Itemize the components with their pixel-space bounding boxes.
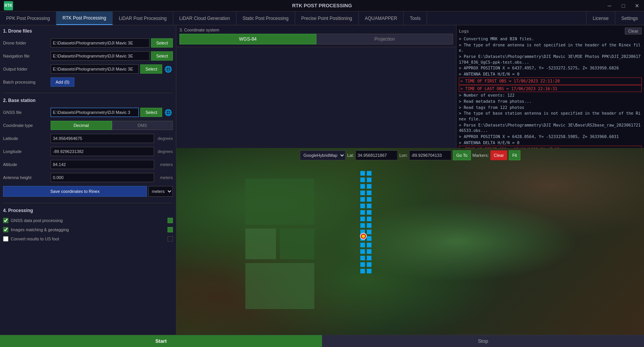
map-clear-button[interactable]: Clear	[490, 150, 507, 160]
gnss-file-select-button[interactable]: Select	[140, 108, 162, 117]
right-area: 3. Coordinate system WGS-84 Projection L…	[176, 25, 644, 335]
navigation-file-input[interactable]	[51, 51, 150, 61]
tab-tools[interactable]: Tools	[404, 12, 427, 25]
output-folder-select-button[interactable]: Select	[140, 64, 162, 74]
tab-settings[interactable]: Settings	[615, 12, 644, 25]
images-matching-row: Images matching & geotagging	[3, 227, 173, 232]
antenna-height-label: Antenna height	[3, 175, 49, 180]
drone-folder-row: Drone folder Select	[3, 38, 173, 48]
longitude-input[interactable]	[51, 147, 154, 156]
log-line: > The type of drone antenna is not speci…	[459, 42, 642, 53]
fp-27	[360, 256, 365, 260]
projection-button[interactable]: Projection	[316, 34, 453, 44]
latitude-row: Latitude degrees	[3, 134, 173, 143]
goto-button[interactable]: Go To	[453, 150, 471, 160]
fp-13	[360, 210, 365, 215]
divider-2	[3, 203, 173, 203]
wgs84-button[interactable]: WGS-84	[179, 34, 316, 44]
navigation-file-label: Navigation file	[3, 54, 49, 58]
start-button[interactable]: Start	[0, 335, 322, 347]
fp-8	[367, 191, 371, 195]
logs-clear-button[interactable]: Clear	[625, 28, 642, 35]
maximize-button[interactable]: □	[616, 0, 630, 12]
drone-folder-label: Drone folder	[3, 41, 49, 45]
antenna-height-input[interactable]	[51, 173, 154, 182]
tab-aqua[interactable]: AQUAMAPPER	[359, 12, 404, 25]
convert-us-foot-label: Convert results to US foot	[11, 237, 59, 241]
convert-us-foot-checkbox[interactable]	[3, 236, 8, 242]
add-batch-button[interactable]: Add (0)	[51, 77, 74, 87]
map-provider-select[interactable]: GoogleHybridMap	[300, 150, 345, 160]
log-line: > ANTENNA DELTA H/E/N = 0	[459, 71, 642, 77]
tab-lidar[interactable]: LiDAR Post Processing	[113, 12, 173, 25]
divider-1	[3, 93, 173, 93]
tab-ppk[interactable]: PPK Post Processing	[0, 12, 56, 25]
drone-folder-input[interactable]	[51, 38, 150, 48]
save-coords-button[interactable]: Save coordinates to Rinex	[3, 186, 147, 197]
output-folder-globe-button[interactable]: 🌐	[164, 66, 173, 73]
fp-1	[360, 171, 365, 176]
tab-license[interactable]: License	[586, 12, 614, 25]
stop-button[interactable]: Stop	[322, 335, 644, 347]
coord-decimal-button[interactable]: Decimal	[51, 121, 112, 130]
lat-input[interactable]	[356, 150, 398, 160]
log-line: > APPROX POSITION X = 6437.4957, Y= -523…	[459, 65, 642, 71]
fp-19	[360, 230, 365, 234]
flight-path-svg	[176, 148, 644, 335]
map-fit-button[interactable]: Fit	[509, 150, 520, 160]
unit-select[interactable]: meters	[148, 186, 173, 197]
markers-label: Markers:	[472, 153, 489, 158]
fp-28	[367, 256, 371, 260]
gnss-file-globe-button[interactable]: 🌐	[164, 109, 173, 116]
fp-16	[367, 217, 371, 221]
navigation-file-select-button[interactable]: Select	[151, 51, 173, 61]
tab-ppp[interactable]: Precise Point Positioning	[295, 12, 359, 25]
fp-12	[367, 204, 371, 208]
gnss-pp-indicator	[168, 218, 173, 223]
coord-system-section: 3. Coordinate system WGS-84 Projection	[176, 25, 456, 47]
altitude-row: Altitude meters	[3, 160, 173, 169]
fp-26	[367, 249, 371, 254]
section1-header: 1. Drone files	[3, 28, 173, 36]
fp-15	[360, 217, 365, 221]
tab-lidarcloud[interactable]: LiDAR Cloud Generation	[173, 12, 237, 25]
altitude-input[interactable]	[51, 160, 154, 169]
latitude-input[interactable]	[51, 134, 154, 143]
gnss-pp-label: GNSS data post processing	[11, 218, 63, 223]
output-folder-input[interactable]	[51, 64, 139, 74]
log-line: > The type of base station antenna is no…	[459, 110, 642, 122]
tab-rtk[interactable]: RTK Post Processing	[56, 12, 113, 25]
map-overlay	[176, 148, 644, 335]
minimize-button[interactable]: ─	[603, 0, 616, 12]
log-line: > TIME OF LAST OBS = 17/06/2023 22:16:31	[459, 85, 642, 92]
drone-folder-select-button[interactable]: Select	[151, 38, 173, 48]
tab-static[interactable]: Static Post Processing	[237, 12, 295, 25]
window-title: RTK POST PROCESSING	[292, 3, 352, 8]
field-2	[245, 229, 276, 259]
fp-6	[367, 184, 371, 189]
tab-right-group: License Settings	[586, 12, 644, 25]
fp-10	[367, 197, 371, 202]
batch-processing-label: Batch processing	[3, 80, 49, 84]
coord-dms-button[interactable]: DMS	[112, 121, 173, 130]
lon-input[interactable]	[409, 150, 451, 160]
logs-title: Logs	[459, 29, 469, 34]
antenna-height-unit: meters	[156, 175, 173, 180]
fp-21	[360, 236, 365, 241]
images-matching-checkbox[interactable]	[3, 227, 8, 232]
section2-header: 2. Base station	[3, 98, 173, 105]
log-line: > TIME OF FIRST OBS = 17/06/2023 22:11:2…	[459, 77, 642, 85]
antenna-height-row: Antenna height meters	[3, 173, 173, 182]
title-bar: RTK RTK POST PROCESSING ─ □ ✕	[0, 0, 644, 12]
close-button[interactable]: ✕	[630, 0, 644, 12]
section4-header: 4. Processing	[3, 208, 173, 215]
fp-11	[360, 204, 365, 208]
save-coords-row: Save coordinates to Rinex meters	[3, 186, 173, 197]
gnss-pp-checkbox[interactable]	[3, 218, 8, 223]
map-area: GoogleHybridMap Lat: Lon: Go To Markers:…	[176, 148, 644, 335]
log-line: > Parse E:\Datasets\Photogrammetry\DJI M…	[459, 54, 642, 65]
logs-panel: Logs Clear > Converting MRK and BIN file…	[456, 25, 644, 148]
fp-9	[360, 197, 365, 202]
fp-30	[367, 262, 371, 267]
gnss-file-input[interactable]	[51, 108, 139, 117]
